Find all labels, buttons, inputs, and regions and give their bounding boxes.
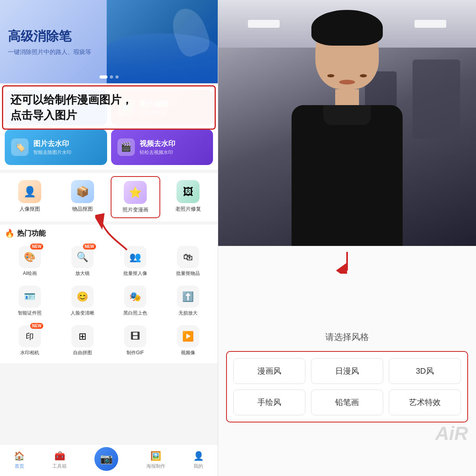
nav-home-label: 首页 — [15, 463, 24, 470]
style-panel: 请选择风格 漫画风 日漫风 3D风 手绘风 铅笔画 艺术特效 — [218, 278, 476, 476]
watermark-video-icon: 🎬 — [117, 138, 135, 156]
collage-label: 自由拼图 — [73, 349, 92, 356]
fire-icon: 🔥 — [5, 228, 15, 238]
style-grid: 漫画风 日漫风 3D风 手绘风 铅笔画 艺术特效 — [226, 351, 468, 422]
nav-tools-label: 工具箱 — [52, 463, 67, 470]
batch-object-icon: 🛍 — [177, 246, 199, 268]
enlarge-label: 无损放大 — [178, 310, 198, 317]
nav-home[interactable]: 🏠 首页 — [14, 451, 25, 470]
hot-section-title: 热门功能 — [17, 228, 46, 238]
action-watermark-video[interactable]: 🎬 视频去水印 轻松去视频水印 — [111, 129, 213, 165]
hot-gif[interactable]: 🎞 制作GIF — [110, 322, 161, 359]
action-watermark-img[interactable]: 🏷️ 图片去水印 智能去除图片水印 — [5, 129, 107, 165]
hot-collage[interactable]: ⊞ 自由拼图 — [58, 322, 108, 359]
banner-title: 高级消除笔 — [8, 28, 91, 45]
nav-tools[interactable]: 🧰 工具箱 — [52, 451, 67, 470]
banner-image — [107, 0, 218, 83]
watermark-camera-new-badge: NEW — [30, 323, 43, 329]
colorize-label: 黑白照上色 — [123, 310, 147, 317]
hot-watermark-camera[interactable]: 印NEW 水印相机 — [5, 322, 55, 359]
nav-poster[interactable]: 🖼️ 海报制作 — [146, 451, 165, 470]
hot-colorize[interactable]: 🎭 黑白照上色 — [110, 282, 161, 320]
poster-icon: 🖼️ — [150, 451, 161, 461]
object-label: 物品抠图 — [72, 205, 93, 213]
restore-label: 老照片修复 — [175, 205, 201, 213]
watermark-camera-icon: 印NEW — [19, 325, 41, 347]
hot-face-enhance[interactable]: 😊 人脸变清晰 — [58, 282, 108, 320]
photo-area — [218, 0, 476, 246]
dot-2[interactable] — [110, 75, 113, 79]
action-watermark-img-title: 图片去水印 — [33, 139, 71, 148]
cartoon-icon: ⭐ — [124, 181, 147, 204]
annotation-line1: 还可以给制作漫画图片， — [10, 94, 132, 106]
right-panel: 请选择风格 漫画风 日漫风 3D风 手绘风 铅笔画 艺术特效 AiR — [218, 0, 476, 476]
hot-video[interactable]: ▶️ 视频像 — [163, 322, 213, 359]
nav-camera[interactable]: 📷 — [94, 447, 118, 474]
person-neck — [335, 89, 359, 105]
tools-icon: 🧰 — [54, 451, 65, 461]
action-watermark-img-text: 图片去水印 智能去除图片水印 — [33, 139, 71, 156]
hot-id-photo[interactable]: 🪪 智能证件照 — [5, 282, 55, 320]
style-art[interactable]: 艺术特效 — [389, 390, 461, 415]
action-watermark-video-title: 视频去水印 — [140, 139, 175, 148]
profile-icon: 👤 — [193, 451, 204, 461]
batch-object-label: 批量抠物品 — [176, 270, 200, 277]
gif-icon: 🎞 — [124, 325, 146, 347]
left-panel: 高级消除笔 一键消除照片中的路人、瑕疵等 还可以给制作漫画图片， 点击导入图片 … — [0, 0, 218, 476]
ai-draw-icon: 🎨NEW — [19, 246, 41, 268]
colorize-icon: 🎭 — [124, 286, 146, 308]
watermark-camera-label: 水印相机 — [20, 349, 39, 356]
ai-draw-label: AI绘画 — [23, 270, 37, 277]
portrait-label: 人像抠图 — [19, 205, 40, 213]
style-pencil[interactable]: 铅笔画 — [311, 390, 383, 415]
person-figure — [288, 16, 407, 246]
red-arrow-annotation — [95, 210, 135, 255]
ai-draw-new-badge: NEW — [30, 244, 43, 250]
portrait-icon: 👤 — [18, 180, 41, 203]
tool-restore[interactable]: 🖼 老照片修复 — [163, 176, 213, 218]
person-hair — [311, 10, 383, 46]
turtleneck-collar — [323, 105, 371, 125]
bottom-nav: 🏠 首页 🧰 工具箱 📷 🖼️ 海报制作 👤 我的 — [0, 444, 218, 476]
restore-icon: 🖼 — [177, 180, 200, 203]
nav-profile-label: 我的 — [194, 463, 203, 470]
tool-portrait[interactable]: 👤 人像抠图 — [5, 176, 54, 218]
collage-icon: ⊞ — [71, 325, 94, 347]
watermark-img-icon: 🏷️ — [11, 138, 29, 156]
action-watermark-video-text: 视频去水印 轻松去视频水印 — [140, 139, 175, 156]
banner-subtitle: 一键消除照片中的路人、瑕疵等 — [8, 48, 91, 56]
arrow-down-area — [218, 246, 476, 278]
magnifier-new-badge: NEW — [83, 244, 96, 250]
hot-grid: 🎨NEW AI绘画 🔍NEW 放大镜 👥 批量抠人像 🛍 批量抠物品 🪪 智能证… — [5, 243, 213, 359]
video-icon: ▶️ — [177, 325, 199, 347]
hot-batch-object[interactable]: 🛍 批量抠物品 — [163, 243, 213, 280]
annotation-overlay: 还可以给制作漫画图片， 点击导入图片 — [2, 85, 216, 130]
style-comic[interactable]: 漫画风 — [233, 358, 305, 384]
style-panel-title: 请选择风格 — [325, 331, 369, 343]
person-head — [315, 16, 379, 89]
nav-profile[interactable]: 👤 我的 — [193, 451, 204, 470]
id-photo-icon: 🪪 — [19, 286, 41, 308]
video-label: 视频像 — [181, 349, 195, 356]
magnifier-icon: 🔍NEW — [71, 246, 94, 268]
person-turtleneck — [292, 105, 403, 246]
camera-button[interactable]: 📷 — [94, 447, 118, 471]
style-3d[interactable]: 3D风 — [389, 358, 461, 384]
magnifier-label: 放大镜 — [75, 270, 90, 277]
enlarge-icon: ⬆️ — [177, 286, 199, 308]
hot-ai-draw[interactable]: 🎨NEW AI绘画 — [5, 243, 55, 280]
banner[interactable]: 高级消除笔 一键消除照片中的路人、瑕疵等 — [0, 0, 218, 83]
hot-enlarge[interactable]: ⬆️ 无损放大 — [163, 282, 213, 320]
gif-label: 制作GIF — [127, 349, 144, 356]
annotation-line2: 点击导入图片 — [10, 109, 77, 121]
object-icon: 📦 — [71, 180, 94, 203]
dot-1[interactable] — [100, 75, 107, 79]
style-anime[interactable]: 日漫风 — [311, 358, 383, 384]
down-arrow-svg — [331, 250, 363, 274]
style-handdrawn[interactable]: 手绘风 — [233, 390, 305, 415]
home-icon: 🏠 — [14, 451, 25, 461]
action-watermark-video-subtitle: 轻松去视频水印 — [140, 149, 175, 156]
banner-text: 高级消除笔 一键消除照片中的路人、瑕疵等 — [8, 28, 91, 56]
bg-equipment — [413, 60, 460, 139]
dot-3[interactable] — [115, 75, 119, 79]
